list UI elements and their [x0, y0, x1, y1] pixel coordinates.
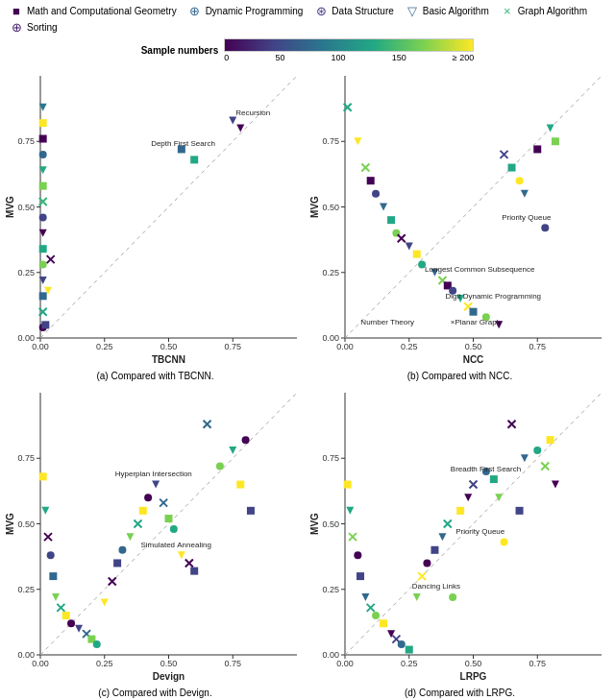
legend-item-ds: ⊛ Data Structure	[314, 4, 393, 18]
legend: ■ Math and Computational Geometry ⊕ Dyna…	[0, 0, 615, 36]
graph-icon: ×	[501, 4, 514, 18]
legend-label-math: Math and Computational Geometry	[27, 6, 177, 16]
legend-item-math: ■ Math and Computational Geometry	[10, 4, 177, 18]
tick-200: ≥ 200	[453, 53, 474, 62]
legend-item-graph: × Graph Algorithm	[501, 4, 587, 18]
legend-item-dp: ⊕ Dynamic Programming	[188, 4, 304, 18]
plot-d-area	[308, 383, 611, 686]
plot-d-caption: (d) Compared with LRPG.	[405, 688, 515, 698]
legend-label-graph: Graph Algorithm	[518, 6, 587, 16]
plot-d: (d) Compared with LRPG.	[308, 383, 611, 698]
plot-c-area	[4, 383, 307, 686]
plot-b: (b) Compared with NCC.	[308, 66, 611, 381]
colorbar	[224, 38, 474, 52]
basic-icon: ▽	[406, 4, 419, 18]
plots-grid: (a) Compared with TBCNN. (b) Compared wi…	[0, 66, 615, 700]
plot-c: (c) Compared with Devign.	[4, 383, 307, 698]
ds-icon: ⊛	[314, 4, 328, 18]
legend-item-sorting: ⊕ Sorting	[10, 20, 58, 35]
plot-c-caption: (c) Compared with Devign.	[98, 688, 211, 698]
legend-label-dp: Dynamic Programming	[206, 6, 304, 16]
plot-a-area	[4, 66, 307, 369]
tick-150: 150	[392, 53, 406, 62]
tick-50: 50	[275, 53, 284, 62]
math-icon: ■	[10, 4, 23, 18]
legend-label-ds: Data Structure	[332, 6, 393, 16]
dp-icon: ⊕	[188, 4, 202, 18]
plot-a-caption: (a) Compared with TBCNN.	[96, 371, 213, 381]
colorbar-title: Sample numbers	[141, 45, 219, 56]
plot-a: (a) Compared with TBCNN.	[4, 66, 307, 381]
sorting-icon: ⊕	[10, 20, 23, 35]
legend-label-sorting: Sorting	[27, 22, 58, 33]
legend-label-basic: Basic Algorithm	[423, 6, 489, 16]
plot-b-area	[308, 66, 611, 369]
tick-100: 100	[332, 53, 346, 62]
colorbar-row: Sample numbers 0 50 100 150 ≥ 200	[0, 36, 615, 66]
plot-b-caption: (b) Compared with NCC.	[407, 371, 512, 381]
legend-item-basic: ▽ Basic Algorithm	[406, 4, 489, 18]
colorbar-ticks: 0 50 100 150 ≥ 200	[224, 53, 474, 62]
page: ■ Math and Computational Geometry ⊕ Dyna…	[0, 0, 615, 700]
tick-0: 0	[224, 53, 229, 62]
